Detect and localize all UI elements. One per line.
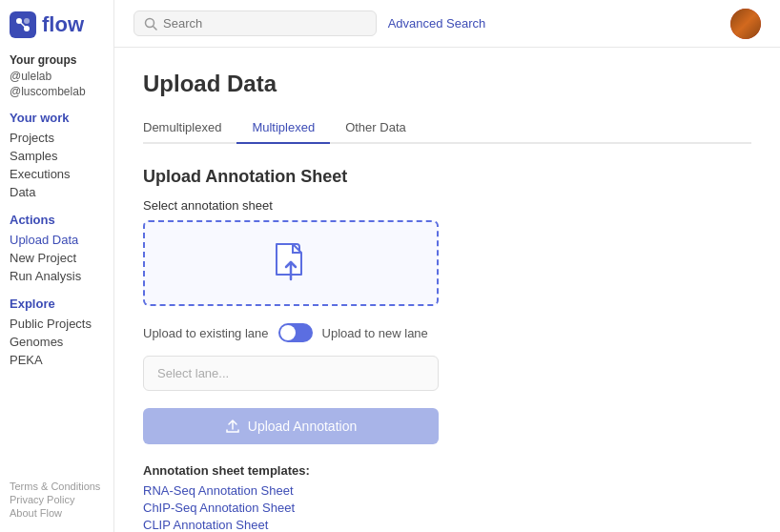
sidebar-item-genomes[interactable]: Genomes	[10, 333, 104, 351]
about-link[interactable]: About Flow	[10, 507, 104, 519]
sidebar-item-upload-data[interactable]: Upload Data	[10, 231, 104, 249]
sidebar-item-peka[interactable]: PEKA	[10, 351, 104, 369]
main-content: Upload Data Demultiplexed Multiplexed Ot…	[114, 48, 780, 532]
toggle-row: Upload to existing lane Upload to new la…	[143, 323, 751, 342]
sidebar-item-public-projects[interactable]: Public Projects	[10, 315, 104, 333]
privacy-link[interactable]: Privacy Policy	[10, 494, 104, 505]
logo[interactable]: flow	[10, 11, 104, 38]
group-ulelab[interactable]: @ulelab	[10, 69, 104, 84]
template-chip-seq[interactable]: ChIP-Seq Annotation Sheet	[143, 501, 751, 515]
toggle-left-label: Upload to existing lane	[143, 326, 269, 340]
tab-other-data[interactable]: Other Data	[330, 113, 421, 144]
topbar: Advanced Search	[114, 0, 780, 48]
sidebar-item-executions[interactable]: Executions	[10, 165, 104, 183]
search-input[interactable]	[163, 16, 366, 31]
templates-section: Annotation sheet templates: RNA-Seq Anno…	[143, 463, 751, 532]
sidebar-item-projects[interactable]: Projects	[10, 129, 104, 147]
templates-title: Annotation sheet templates:	[143, 463, 751, 478]
upload-section: Upload Annotation Sheet Select annotatio…	[143, 167, 751, 532]
upload-button-label: Upload Annotation	[248, 419, 357, 434]
search-icon	[144, 17, 157, 31]
group-luscombelab[interactable]: @luscombelab	[10, 84, 104, 99]
upload-annotation-button[interactable]: Upload Annotation	[143, 408, 439, 444]
sidebar-item-data[interactable]: Data	[10, 183, 104, 201]
groups-header: Your groups	[10, 53, 104, 67]
sidebar-item-samples[interactable]: Samples	[10, 147, 104, 165]
flow-logo-icon	[10, 11, 36, 38]
svg-line-5	[154, 26, 157, 30]
template-clip[interactable]: CLIP Annotation Sheet	[143, 518, 751, 532]
logo-text: flow	[42, 12, 84, 37]
sidebar-item-new-project[interactable]: New Project	[10, 249, 104, 267]
upload-file-icon	[274, 243, 308, 283]
upload-icon	[225, 419, 240, 434]
toggle-track	[278, 323, 313, 342]
search-wrapper[interactable]	[133, 10, 377, 36]
avatar[interactable]	[730, 9, 761, 39]
sidebar-item-run-analysis[interactable]: Run Analysis	[10, 267, 104, 285]
sidebar: flow Your groups @ulelab @luscombelab Yo…	[0, 0, 114, 532]
section-your-work: Your work	[10, 111, 104, 125]
tab-demultiplexed[interactable]: Demultiplexed	[143, 113, 236, 144]
terms-link[interactable]: Terms & Conditions	[10, 481, 104, 492]
page-title: Upload Data	[143, 71, 751, 97]
section-actions: Actions	[10, 213, 104, 227]
sidebar-footer: Terms & Conditions Privacy Policy About …	[10, 471, 104, 521]
avatar-image	[730, 9, 761, 39]
select-lane-dropdown[interactable]: Select lane...	[143, 356, 439, 391]
svg-point-3	[24, 18, 30, 24]
toggle-right-label: Upload to new lane	[322, 326, 428, 340]
template-rna-seq[interactable]: RNA-Seq Annotation Sheet	[143, 483, 751, 498]
advanced-search-link[interactable]: Advanced Search	[388, 16, 486, 31]
upload-section-title: Upload Annotation Sheet	[143, 167, 751, 187]
tabs: Demultiplexed Multiplexed Other Data	[143, 113, 751, 144]
tab-multiplexed[interactable]: Multiplexed	[236, 113, 330, 144]
select-annotation-label: Select annotation sheet	[143, 198, 751, 213]
toggle-thumb	[280, 325, 296, 340]
section-explore: Explore	[10, 297, 104, 311]
toggle-switch[interactable]	[278, 323, 313, 342]
dropzone[interactable]	[143, 220, 439, 306]
